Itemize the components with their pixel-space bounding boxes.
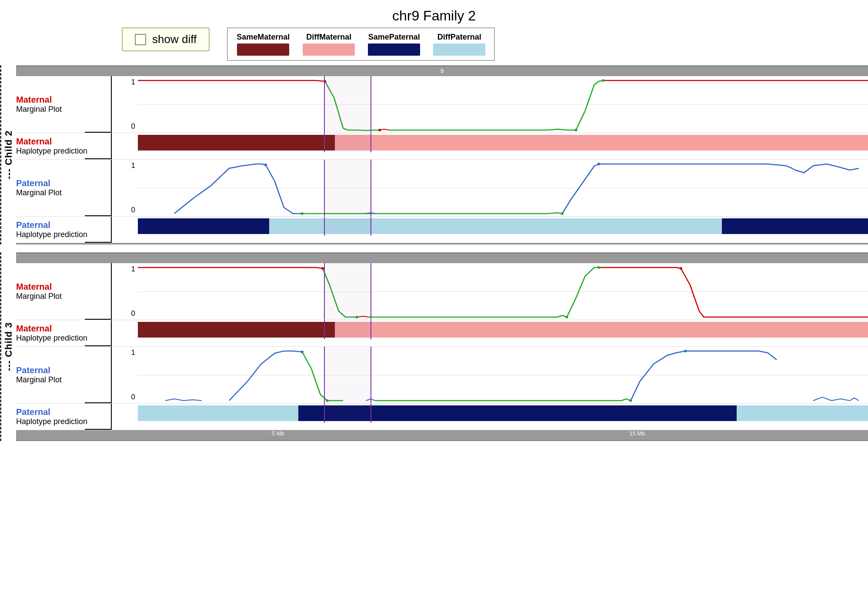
child3-side-label: --- Child 3 [0, 252, 16, 441]
svg-point-7 [598, 163, 600, 165]
child3-block: Maternal Marginal Plot 1 0 [16, 252, 868, 441]
child2-maternal-marginal-label: Maternal Marginal Plot [16, 76, 112, 133]
y-axis-c3-maternal-marginal: 1 0 [112, 263, 138, 320]
top-controls: show diff SameMaternalDiffMaternalSamePa… [0, 27, 868, 61]
legend-item-label: SameMaternal [237, 33, 290, 42]
c3-paternal-marginal-subtitle: Marginal Plot [16, 375, 105, 385]
c3-pat-y0: 0 [131, 393, 135, 401]
y-axis-c3-paternal-marginal: 1 0 [112, 347, 138, 403]
y0-label: 0 [131, 122, 135, 131]
child3-maternal-hap-canvas [138, 320, 868, 339]
legend-item-samematernal: SameMaternal [237, 33, 290, 56]
c3-maternal-hap-main: Maternal [16, 324, 105, 334]
child3-maternal-marginal-row: Maternal Marginal Plot 1 0 [16, 263, 868, 320]
legend-item-label: DiffMaternal [306, 33, 351, 42]
chrom-label-child2: 9 [441, 67, 444, 74]
child3-paternal-marginal-label: Paternal Marginal Plot [16, 347, 112, 403]
y1-label: 1 [131, 78, 135, 87]
svg-point-14 [326, 399, 328, 402]
child3-paternal-hap-label: Paternal Haplotype prediction [16, 404, 112, 430]
svg-point-9 [356, 316, 358, 318]
svg-point-16 [684, 350, 687, 352]
child3-maternal-marginal-svg [138, 263, 868, 320]
child2-maternal-hap-label: Maternal Haplotype prediction [16, 133, 112, 159]
svg-point-8 [321, 267, 324, 270]
c3-paternal-hap-light-left [138, 405, 298, 421]
c3-maternal-hap-sub: Haplotype prediction [16, 334, 105, 343]
paternal-hap-dark-right [722, 218, 868, 234]
child3-section: --- Child 3 Maternal Marginal Plot 1 0 [0, 252, 868, 441]
child3-paternal-hap-row: Paternal Haplotype prediction [16, 404, 868, 430]
maternal-hap-dark [138, 135, 335, 150]
paternal-hap-subtitle: Haplotype prediction [16, 230, 105, 239]
c3-maternal-hap-light [335, 322, 868, 337]
c3-pat-y1: 1 [131, 348, 135, 357]
child3-paternal-marginal-row: Paternal Marginal Plot 1 0 [16, 347, 868, 404]
c3-paternal-hap-dark-mid [298, 405, 736, 421]
child2-maternal-hap-canvas [138, 133, 868, 152]
child2-paternal-marginal-canvas [138, 160, 868, 216]
y-axis-maternal-marginal: 1 0 [112, 76, 138, 133]
svg-point-4 [264, 164, 267, 166]
c3-maternal-label: Maternal [16, 282, 105, 292]
legend-color-bar [237, 43, 289, 56]
svg-point-15 [629, 399, 632, 402]
y-axis-maternal-hap [112, 133, 138, 159]
maternal-label: Maternal [16, 95, 105, 105]
scale-label-right: 15 Mb [629, 430, 645, 437]
show-diff-label: show diff [152, 33, 197, 46]
svg-point-0 [324, 80, 326, 83]
legend-color-bar [303, 43, 355, 56]
legend-item-label: SamePaternal [368, 33, 420, 42]
marginal-subtitle: Marginal Plot [16, 105, 105, 114]
y-axis-paternal-hap [112, 217, 138, 243]
maternal-hap-label: Maternal [16, 137, 105, 147]
child3-maternal-hap-row: Maternal Haplotype prediction [16, 320, 868, 347]
show-diff-checkbox[interactable] [135, 34, 146, 45]
show-diff-button[interactable]: show diff [122, 27, 210, 51]
svg-point-5 [301, 212, 304, 215]
child3-maternal-marginal-label: Maternal Marginal Plot [16, 263, 112, 320]
svg-point-13 [301, 351, 304, 353]
child2-maternal-marginal-svg [138, 76, 868, 133]
chromosome-bar-child3-bottom: 5 Mb 15 Mb [16, 430, 868, 440]
c3-maternal-hap-dark [138, 322, 335, 337]
child2-block: 9 Maternal Marginal Plot 1 0 [16, 65, 868, 244]
c3-mat-y1: 1 [131, 265, 135, 274]
child2-maternal-marginal-canvas [138, 76, 868, 133]
child2-paternal-marginal-svg [138, 160, 868, 216]
child3-paternal-marginal-svg [138, 347, 868, 403]
child2-paternal-marginal-row: Paternal Marginal Plot 1 0 [16, 160, 868, 217]
child3-paternal-hap-canvas [138, 404, 868, 423]
child2-paternal-hap-label: Paternal Haplotype prediction [16, 217, 112, 243]
child2-paternal-marginal-label: Paternal Marginal Plot [16, 160, 112, 216]
child2-maternal-hap-row: Maternal Haplotype prediction [16, 133, 868, 160]
c3-paternal-hap-light-right [737, 405, 868, 421]
child2-side-label: --- Child 2 [0, 65, 16, 244]
child2-maternal-marginal-row: Maternal Marginal Plot 1 0 [16, 76, 868, 133]
scale-label-left: 5 Mb [272, 430, 284, 437]
paternal-label: Paternal [16, 178, 105, 188]
maternal-hap-light [335, 135, 868, 150]
legend-box: SameMaternalDiffMaternalSamePaternalDiff… [227, 27, 495, 61]
paternal-hap-light-mid [269, 218, 722, 234]
child3-maternal-hap-label: Maternal Haplotype prediction [16, 320, 112, 346]
child2-section: --- Child 2 9 Maternal Marginal Plot 1 0 [0, 65, 868, 244]
legend-row: SameMaternalDiffMaternalSamePaternalDiff… [237, 33, 485, 56]
legend-color-bar [368, 43, 420, 56]
svg-point-6 [561, 212, 564, 215]
pat-y1-label: 1 [131, 161, 135, 170]
legend-item-diffpaternal: DiffPaternal [433, 33, 485, 56]
legend-item-label: DiffPaternal [437, 33, 481, 42]
paternal-marginal-subtitle: Marginal Plot [16, 188, 105, 197]
main-content: --- Child 2 9 Maternal Marginal Plot 1 0 [0, 65, 868, 252]
c3-paternal-label: Paternal [16, 365, 105, 375]
child3-paternal-marginal-canvas [138, 347, 868, 403]
svg-point-11 [598, 266, 600, 269]
svg-point-3 [602, 79, 604, 82]
child2-paternal-hap-canvas [138, 217, 868, 236]
chromosome-bar-child3 [16, 254, 868, 263]
pat-y0-label: 0 [131, 206, 135, 214]
hap-subtitle: Haplotype prediction [16, 147, 105, 156]
svg-point-10 [565, 316, 568, 318]
